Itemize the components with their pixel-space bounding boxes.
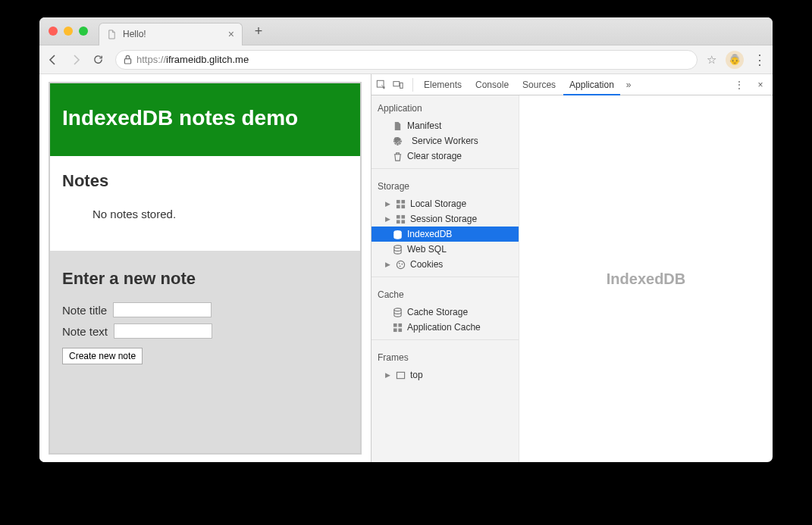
sidebar-item-manifest[interactable]: Manifest: [372, 118, 519, 133]
devtools-body: Application Manifest Servi: [372, 95, 773, 462]
sidebar-item-clear-storage[interactable]: Clear storage: [372, 148, 519, 164]
sidebar-item-label: Application Cache: [407, 322, 481, 333]
close-window-button[interactable]: [49, 27, 58, 36]
chevron-right-icon: ▶: [385, 215, 391, 223]
chevron-right-icon: ▶: [385, 261, 391, 268]
notes-heading: Notes: [62, 171, 348, 191]
close-tab-icon[interactable]: ×: [228, 28, 234, 40]
chevron-right-icon: ▶: [385, 371, 391, 379]
svg-rect-10: [397, 214, 400, 218]
note-text-input[interactable]: [114, 323, 212, 339]
sidebar-item-frame-top[interactable]: ▶ top: [372, 367, 519, 383]
browser-tabbar: Hello! × +: [39, 17, 773, 45]
grid-icon: [393, 323, 403, 333]
svg-point-17: [399, 262, 400, 264]
devtools-close-icon[interactable]: ×: [753, 80, 768, 90]
svg-rect-9: [401, 205, 405, 208]
note-title-input[interactable]: [113, 302, 212, 317]
svg-point-5: [396, 139, 400, 143]
trash-icon: [393, 152, 403, 161]
tab-sources[interactable]: Sources: [516, 74, 562, 95]
lock-icon: [124, 55, 132, 64]
sidebar-item-local-storage[interactable]: ▶ Local Storage: [372, 196, 519, 211]
notes-empty-message: No notes stored.: [62, 203, 348, 228]
frame-icon: [396, 370, 406, 380]
tab-application[interactable]: Application: [563, 74, 620, 95]
note-text-label: Note text: [62, 325, 108, 338]
database-icon: [393, 308, 403, 317]
notes-section: Notes No notes stored.: [50, 156, 360, 251]
profile-avatar[interactable]: 👵: [726, 51, 744, 69]
app-card: IndexedDB notes demo Notes No notes stor…: [49, 82, 362, 455]
reload-button[interactable]: [92, 54, 106, 65]
minimize-window-button[interactable]: [64, 27, 73, 36]
sidebar-item-label: Manifest: [407, 120, 441, 131]
nav-back-button[interactable]: [47, 54, 61, 66]
file-icon: [107, 30, 117, 39]
sidebar-item-label: IndexedDB: [407, 229, 452, 239]
sidebar-item-indexeddb[interactable]: IndexedDB: [372, 227, 519, 242]
rendered-page: IndexedDB notes demo Notes No notes stor…: [39, 74, 371, 462]
svg-rect-11: [401, 214, 405, 218]
group-application-title: Application: [372, 95, 519, 118]
bookmark-star-icon[interactable]: ☆: [707, 53, 716, 67]
svg-rect-24: [398, 328, 402, 332]
group-frames-title: Frames: [372, 345, 519, 367]
sidebar-item-cache-storage[interactable]: Cache Storage: [372, 305, 519, 320]
browser-tab[interactable]: Hello! ×: [99, 23, 243, 45]
sidebar-item-label: Cache Storage: [407, 307, 468, 317]
sidebar-item-session-storage[interactable]: ▶ Session Storage: [372, 211, 519, 227]
app-title: IndexedDB notes demo: [62, 106, 348, 130]
svg-rect-12: [397, 220, 400, 223]
new-note-form: Enter a new note Note title Note text Cr…: [50, 251, 360, 453]
svg-point-18: [401, 263, 403, 264]
svg-rect-7: [401, 199, 405, 203]
window-controls: [49, 27, 88, 36]
svg-rect-23: [393, 328, 397, 332]
database-icon: [393, 245, 403, 255]
new-tab-button[interactable]: +: [249, 23, 268, 39]
create-note-button[interactable]: Create new note: [62, 348, 143, 364]
sidebar-item-cookies[interactable]: ▶ Cookies: [372, 257, 519, 272]
devtools-panel: Elements Console Sources Application » ⋮…: [371, 74, 773, 462]
maximize-window-button[interactable]: [79, 27, 88, 36]
sidebar-item-application-cache[interactable]: Application Cache: [372, 320, 519, 335]
devtools-main-pane: IndexedDB: [519, 95, 773, 462]
sidebar-item-label: Local Storage: [410, 198, 466, 209]
tab-elements[interactable]: Elements: [418, 74, 468, 95]
svg-rect-21: [393, 323, 397, 327]
form-heading: Enter a new note: [62, 269, 348, 289]
svg-point-19: [400, 265, 401, 267]
browser-menu-icon[interactable]: ⋮: [753, 52, 765, 68]
app-header: IndexedDB notes demo: [50, 83, 360, 156]
browser-window: Hello! × + https://iframeidb.glitch.me ☆…: [39, 17, 773, 462]
group-cache-title: Cache: [372, 282, 519, 305]
cookie-icon: [396, 260, 406, 270]
content-area: IndexedDB notes demo Notes No notes stor…: [39, 74, 773, 462]
nav-forward-button[interactable]: [70, 54, 83, 66]
note-title-label: Note title: [62, 304, 107, 317]
browser-toolbar: https://iframeidb.glitch.me ☆ 👵 ⋮: [39, 45, 773, 74]
devtools-menu-icon[interactable]: ⋮: [732, 80, 747, 90]
gear-icon: [393, 136, 403, 146]
svg-rect-8: [397, 205, 400, 208]
sidebar-item-websql[interactable]: Web SQL: [372, 242, 519, 257]
tabs-overflow-icon[interactable]: »: [622, 80, 636, 90]
svg-rect-25: [397, 372, 404, 378]
svg-rect-0: [124, 59, 130, 64]
tab-console[interactable]: Console: [469, 74, 515, 95]
inspect-element-icon[interactable]: [376, 80, 391, 90]
sidebar-item-label: Session Storage: [410, 214, 477, 224]
sidebar-item-service-workers[interactable]: Service Workers: [372, 133, 519, 148]
grid-icon: [396, 214, 406, 224]
device-toolbar-icon[interactable]: [393, 80, 408, 90]
svg-point-20: [394, 308, 401, 311]
sidebar-item-label: Web SQL: [407, 244, 447, 255]
browser-tab-title: Hello!: [123, 29, 228, 39]
address-bar[interactable]: https://iframeidb.glitch.me: [115, 50, 698, 70]
svg-point-16: [397, 261, 404, 268]
svg-point-15: [394, 245, 401, 248]
sidebar-item-label: Cookies: [410, 259, 443, 270]
svg-rect-13: [401, 220, 405, 223]
chevron-right-icon: ▶: [385, 200, 391, 208]
